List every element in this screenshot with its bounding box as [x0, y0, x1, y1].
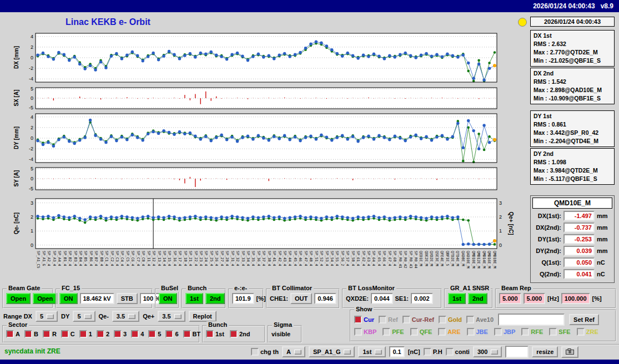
bpm-x-label: QBF1E_S [444, 251, 449, 283]
rate-select-dropdown[interactable]: 300 [473, 346, 502, 357]
sector-checkbox-2[interactable]: 2 [97, 330, 109, 338]
bpm-row-value: 0.039 [563, 246, 595, 256]
sector-checkbox-c[interactable]: C [61, 330, 75, 338]
checkbox-icon [24, 330, 32, 338]
range-qe-minus-dropdown[interactable]: 3.5 [112, 311, 139, 322]
replot-button[interactable]: Replot [189, 311, 217, 322]
ee-ratio-group-label: e-:e- [233, 285, 249, 292]
sector-checkbox-5[interactable]: 5 [148, 330, 161, 338]
sector-label: 2 [106, 331, 109, 337]
sector-label: C [71, 331, 75, 337]
threshold-unit: [nC] [408, 348, 420, 355]
bpm-select-dropdown[interactable]: SP_A1_G [309, 346, 355, 357]
bpm-x-label: SP_32_4 [235, 251, 240, 283]
checkbox-icon [148, 330, 156, 338]
conti-checkbox[interactable]: conti [446, 348, 470, 356]
show-ave10-checkbox[interactable]: Ave10 [466, 316, 494, 323]
selected-bpm-name[interactable]: QMD10E_M [532, 198, 612, 209]
svg-text:1: 1 [499, 228, 502, 234]
sector-label: R [52, 331, 57, 337]
bpm-x-label: SP_22_4 [193, 251, 198, 283]
busel-on-button[interactable]: ON [159, 293, 177, 304]
bt-lossmonitor-group-label: BT LossMonitor [346, 285, 396, 292]
show-rfe-checkbox[interactable]: RFE [521, 328, 543, 336]
bpm-x-label: SP_B6_4 [88, 251, 93, 283]
range-qe-minus-label: Qe- [99, 313, 109, 320]
bunch-select-dropdown[interactable]: 1st [358, 346, 386, 357]
svg-text:-4: -4 [29, 76, 33, 82]
snsr-2nd-button[interactable]: 2nd [468, 293, 488, 304]
beam-gate-open-1-button[interactable]: Open [6, 293, 31, 304]
screenshot-button[interactable] [561, 346, 578, 358]
svg-text:4: 4 [31, 114, 33, 120]
range-qe-plus-dropdown[interactable]: 3.5 [158, 311, 185, 322]
show-sfe-checkbox[interactable]: SFE [549, 328, 570, 336]
bpm-x-label: SP_R0_41 [397, 251, 402, 283]
sigma-visible-toggle[interactable]: visible [271, 331, 290, 337]
bpm-x-label: SP_67_4 [386, 251, 391, 283]
sector-checkbox-bt[interactable]: BT [183, 330, 201, 338]
show-cur-ref-checkbox[interactable]: Cur-Ref [402, 316, 434, 323]
svg-text:-2: -2 [29, 146, 33, 151]
sector-checkbox-1[interactable]: 1 [79, 330, 92, 338]
checkbox-icon [383, 328, 390, 336]
dropdown-indicator-icon [491, 350, 497, 354]
stat-max: Max : 3.984@QTD2E_M [534, 166, 611, 175]
bpm-x-label: QMD18E_M [491, 251, 496, 283]
checkbox-icon [354, 328, 362, 336]
bunch-1st-label: 1st [215, 331, 224, 337]
bunch-2nd-button[interactable]: 2nd [205, 293, 225, 304]
show-ref-checkbox[interactable]: Ref [379, 316, 398, 323]
bpm-row-label: DY(2nd): [532, 247, 561, 254]
fc15-on-button[interactable]: ON [59, 293, 78, 304]
bunch-2nd-checkbox[interactable]: 2nd [230, 330, 250, 338]
ref-file-input[interactable] [498, 314, 565, 326]
sector-label: 1 [89, 331, 92, 337]
show-pfe-checkbox[interactable]: PFE [383, 328, 404, 336]
ph-checkbox[interactable]: P.H [424, 348, 442, 356]
beam-gate-open-2-button[interactable]: Open [33, 293, 57, 304]
beam-rep-hz-unit: [Hz] [547, 295, 559, 302]
bunch-1st-checkbox[interactable]: 1st [206, 330, 224, 338]
sector-checkbox-r[interactable]: R [43, 330, 57, 338]
bpm-x-label: QMD14E_M [481, 251, 486, 283]
show-jbe-checkbox[interactable]: JBE [467, 328, 488, 336]
show-qfe-checkbox[interactable]: QFE [410, 328, 432, 336]
sector-checkbox-3[interactable]: 3 [114, 330, 127, 338]
set-ref-button[interactable]: Set Ref [569, 314, 599, 325]
che1-label: CHE1: [270, 295, 288, 302]
sector-select-dropdown[interactable]: A [282, 346, 305, 357]
dy-chart: 420-2-4 [21, 113, 500, 164]
resize-button[interactable]: resize [532, 346, 558, 357]
bpm-x-label: SP_11_4 [145, 251, 150, 283]
show-are-checkbox[interactable]: ARE [438, 328, 460, 336]
bpm-x-label: QMD10E_M [470, 251, 475, 283]
show-kbp-checkbox[interactable]: KBP [354, 328, 376, 336]
show-zre-label: ZRE [586, 328, 598, 335]
range-dy-dropdown[interactable]: 5 [73, 311, 95, 322]
sector-label: 5 [158, 331, 161, 337]
stat-rms: RMS : 2.632 [534, 40, 611, 48]
sector-checkbox-a[interactable]: A [6, 330, 20, 338]
sector-checkbox-6[interactable]: 6 [165, 330, 178, 338]
dropdown-indicator-icon [47, 314, 53, 318]
fc15-stb-button[interactable]: STB [117, 293, 138, 304]
bunch-1st-button[interactable]: 1st [185, 293, 203, 304]
show-qfe-label: QFE [420, 328, 432, 335]
range-dx-dropdown[interactable]: 5 [36, 311, 58, 322]
show-gold-checkbox[interactable]: Gold [439, 316, 462, 323]
che1-out-button[interactable]: OUT [290, 293, 312, 304]
chg-th-checkbox[interactable]: chg th [251, 348, 279, 356]
snsr-1st-button[interactable]: 1st [448, 293, 466, 304]
sector-checkbox-4[interactable]: 4 [131, 330, 144, 338]
threshold-entry[interactable]: 0.1 [389, 346, 404, 357]
stat-min: Min : -21.025@QBF1E_S [534, 57, 611, 65]
sector-checkbox-b[interactable]: B [24, 330, 38, 338]
bpm-x-label: SP_A3_4 [51, 251, 56, 283]
show-zre-checkbox[interactable]: ZRE [577, 328, 598, 336]
beam-gate-group: Beam Gate OpenOpen [2, 289, 53, 309]
count-input[interactable] [505, 346, 529, 358]
show-jbp-checkbox[interactable]: JBP [494, 328, 515, 336]
range-dx-value: 5 [40, 313, 43, 320]
show-cur-checkbox[interactable]: Cur [354, 316, 374, 323]
